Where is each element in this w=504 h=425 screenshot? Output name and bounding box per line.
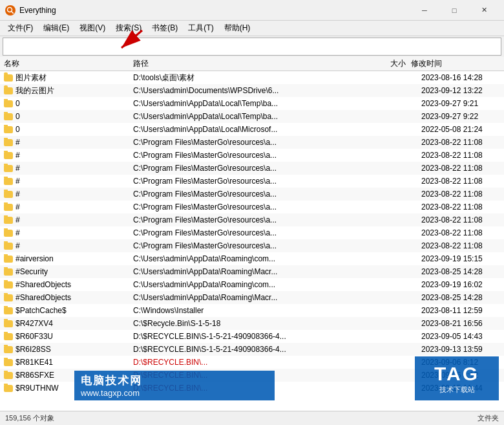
cell-date: 2023-08-25 14:28 — [419, 293, 503, 302]
cell-path: C:\Program Files\MasterGo\resources\a... — [131, 215, 380, 224]
cell-date: 2023-08-22 11:08 — [419, 241, 503, 250]
file-name-text: $R60F33U — [16, 332, 53, 341]
cell-path: C:\Users\admin\Documents\WPSDrive\6... — [131, 86, 380, 95]
cell-name: # — [1, 151, 131, 160]
cell-path: D:\tools\桌面\素材 — [131, 72, 380, 83]
cell-date: 2023-08-11 12:59 — [419, 306, 503, 315]
table-row[interactable]: 0C:\Users\admin\AppData\Local\Temp\ba...… — [0, 97, 504, 110]
folder-icon — [4, 126, 13, 133]
menu-help[interactable]: 帮助(H) — [219, 21, 256, 36]
cell-date: 2023-09-27 9:22 — [419, 112, 503, 121]
cell-name: # — [1, 228, 131, 237]
cell-date: 2023-09-27 9:21 — [419, 99, 503, 108]
cell-name: $R9UTHNW — [1, 384, 131, 393]
cell-name: $PatchCache$ — [1, 306, 131, 315]
table-row[interactable]: $R86SFXED:\$RECYCLE.BIN\...2023-09-06 8:… — [0, 369, 504, 382]
cell-path: C:\Users\admin\AppData\Local\Temp\ba... — [131, 112, 380, 121]
table-row[interactable]: #C:\Program Files\MasterGo\resources\a..… — [0, 213, 504, 226]
cell-date: 2023-08-22 11:08 — [419, 202, 503, 212]
cell-name: 0 — [1, 125, 131, 134]
cell-name: $R60F33U — [1, 332, 131, 341]
table-row[interactable]: #C:\Program Files\MasterGo\resources\a..… — [0, 162, 504, 175]
table-row[interactable]: #C:\Program Files\MasterGo\resources\a..… — [0, 188, 504, 201]
cell-name: $R427XV4 — [1, 319, 131, 328]
folder-icon — [4, 294, 13, 301]
table-row[interactable]: $R6I28SSD:\$RECYCLE.BIN\S-1-5-21-4909083… — [0, 343, 504, 356]
cell-date: 2023-08-25 14:28 — [419, 267, 503, 276]
table-row[interactable]: #SharedObjectsC:\Users\admin\AppData\Roa… — [0, 291, 504, 304]
app-icon — [5, 5, 16, 16]
table-row[interactable]: $R427XV4C:\$Recycle.Bin\S-1-5-182023-08-… — [0, 317, 504, 330]
table-row[interactable]: #C:\Program Files\MasterGo\resources\a..… — [0, 239, 504, 252]
table-row[interactable]: #C:\Program Files\MasterGo\resources\a..… — [0, 201, 504, 213]
title-bar: Everything ─ □ ✕ — [0, 0, 504, 21]
table-row[interactable]: #C:\Program Files\MasterGo\resources\a..… — [0, 136, 504, 149]
table-row[interactable]: #C:\Program Files\MasterGo\resources\a..… — [0, 175, 504, 188]
cell-path: C:\Users\admin\AppData\Roaming\Macr... — [131, 267, 380, 276]
table-row[interactable]: $PatchCache$C:\Windows\Installer2023-08-… — [0, 304, 504, 317]
cell-path: D:\$RECYCLE.BIN\S-1-5-21-490908366-4... — [131, 345, 380, 354]
table-row[interactable]: $R9UTHNWD:\$RECYCLE.BIN\...2023-09-15 11… — [0, 382, 504, 395]
file-name-text: $R81KE41 — [16, 358, 53, 367]
folder-icon — [4, 113, 13, 120]
menu-view[interactable]: 视图(V) — [74, 21, 110, 36]
cell-path: C:\Program Files\MasterGo\resources\a... — [131, 177, 380, 186]
cell-date: 2023-08-22 11:08 — [419, 151, 503, 160]
cell-date: 2023-09-13 13:59 — [419, 345, 503, 354]
file-name-text: $PatchCache$ — [16, 306, 67, 315]
cell-path: C:\Program Files\MasterGo\resources\a... — [131, 241, 380, 250]
cell-name: 0 — [1, 99, 131, 108]
menu-search[interactable]: 搜索(S) — [110, 21, 147, 36]
svg-line-1 — [12, 11, 14, 14]
table-row[interactable]: $R81KE41D:\$RECYCLE.BIN\...2023-09-06 8:… — [0, 356, 504, 369]
table-row[interactable]: #SharedObjectsC:\Users\admin\AppData\Roa… — [0, 278, 504, 291]
file-name-text: # — [16, 228, 20, 237]
file-list[interactable]: 图片素材D:\tools\桌面\素材2023-08-16 14:28我的云图片C… — [0, 71, 504, 411]
svg-point-0 — [8, 7, 12, 12]
close-button[interactable]: ✕ — [469, 0, 499, 21]
folder-icon — [4, 139, 13, 146]
menu-bar: 文件(F) 编辑(E) 视图(V) 搜索(S) 书签(B) 工具(T) 帮助(H… — [0, 21, 504, 36]
cell-path: D:\$RECYCLE.BIN\S-1-5-21-490908366-4... — [131, 332, 380, 341]
col-header-size[interactable]: 大小 — [370, 58, 408, 69]
cell-date: 2023-09-05 14:43 — [419, 332, 503, 341]
col-header-path[interactable]: 路径 — [131, 58, 370, 69]
cell-date: 2023-08-16 14:28 — [419, 73, 503, 82]
table-row[interactable]: $R60F33UD:\$RECYCLE.BIN\S-1-5-21-4909083… — [0, 330, 504, 343]
cell-name: 我的云图片 — [1, 85, 131, 96]
minimize-button[interactable]: ─ — [410, 0, 439, 21]
folder-icon — [4, 217, 13, 224]
menu-bookmarks[interactable]: 书签(B) — [147, 21, 183, 36]
menu-tools[interactable]: 工具(T) — [183, 21, 218, 36]
search-input[interactable] — [6, 42, 498, 51]
file-name-text: $R86SFXE — [16, 371, 54, 380]
table-row[interactable]: 0C:\Users\admin\AppData\Local\Microsof..… — [0, 123, 504, 136]
file-name-text: # — [16, 151, 20, 160]
table-row[interactable]: #SecurityC:\Users\admin\AppData\Roaming\… — [0, 265, 504, 278]
file-name-text: 图片素材 — [16, 72, 47, 83]
table-row[interactable]: 我的云图片C:\Users\admin\Documents\WPSDrive\6… — [0, 84, 504, 97]
file-name-text: #Security — [16, 267, 48, 276]
cell-path: D:\$RECYCLE.BIN\... — [131, 371, 380, 380]
file-name-text: # — [16, 215, 20, 224]
cell-date: 2023-08-22 11:08 — [419, 190, 503, 199]
file-name-text: $R6I28SS — [16, 345, 51, 354]
column-headers: 名称 路径 大小 修改时间 — [0, 57, 504, 71]
col-header-date[interactable]: 修改时间 — [408, 58, 492, 69]
table-row[interactable]: #airversionC:\Users\admin\AppData\Roamin… — [0, 252, 504, 265]
file-name-text: # — [16, 190, 20, 199]
cell-name: 图片素材 — [1, 72, 131, 83]
app-title: Everything — [19, 6, 56, 15]
col-header-name[interactable]: 名称 — [1, 58, 131, 69]
menu-file[interactable]: 文件(F) — [3, 21, 38, 36]
status-right: 文件夹 — [478, 413, 499, 423]
maximize-button[interactable]: □ — [439, 0, 469, 21]
table-row[interactable]: #C:\Program Files\MasterGo\resources\a..… — [0, 226, 504, 239]
cell-date: 2023-09-19 16:02 — [419, 280, 503, 289]
table-row[interactable]: 图片素材D:\tools\桌面\素材2023-08-16 14:28 — [0, 71, 504, 84]
menu-edit[interactable]: 编辑(E) — [38, 21, 74, 36]
folder-icon — [4, 333, 13, 340]
table-row[interactable]: 0C:\Users\admin\AppData\Local\Temp\ba...… — [0, 110, 504, 123]
table-row[interactable]: #C:\Program Files\MasterGo\resources\a..… — [0, 149, 504, 162]
cell-date: 2023-09-15 11:44 — [419, 384, 503, 393]
